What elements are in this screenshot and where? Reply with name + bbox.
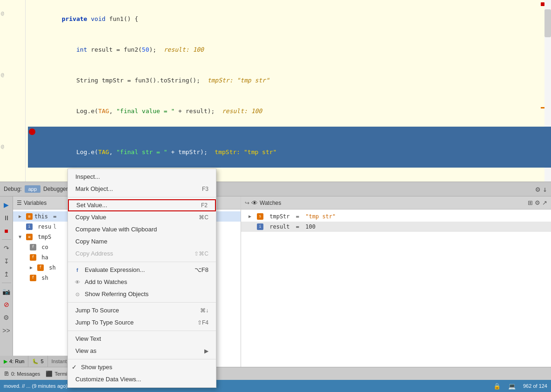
status-count: 962 of 124 <box>523 383 547 389</box>
menu-copy-name[interactable]: Copy Name <box>68 236 216 248</box>
menu-separator-1 <box>68 197 216 197</box>
step-over-button[interactable]: ↷ <box>1 243 12 254</box>
tab-debug5[interactable]: 🐛 5 <box>28 356 47 367</box>
watches-toolbar: ↪ 👁 Watches ⊞ ⚙ ↗ <box>241 196 551 210</box>
watches-list: ▶ s tmpStr = "tmp str" i result = 100 <box>241 210 551 291</box>
step-out-button[interactable]: ↥ <box>1 269 12 280</box>
result-icon: i <box>26 223 33 230</box>
menu-evaluate[interactable]: f Evaluate Expression... ⌥F8 <box>68 264 216 276</box>
var-tmpstr-name: tmpS <box>34 232 51 242</box>
expand-sh1-arrow[interactable]: ▶ <box>30 263 35 273</box>
menu-jump-type-source-shortcut: ⇧F4 <box>197 317 208 329</box>
code-gutter: @ @ @ <box>0 0 26 182</box>
watch-tmpstr-row[interactable]: ▶ s tmpStr = "tmp str" <box>241 211 551 222</box>
camera-button[interactable]: 📷 <box>1 286 12 297</box>
watch-tmpstr-icon: s <box>257 213 263 220</box>
more-button[interactable]: >> <box>1 325 12 336</box>
var-result-name: resu <box>34 222 51 232</box>
expand-this-arrow[interactable]: ▶ <box>19 211 24 222</box>
code-line-selected: Log.e(TAG, "final str = " + tmpStr); tmp… <box>28 127 551 168</box>
menu-show-referring-label: Show Referring Objects <box>85 288 148 300</box>
menu-view-as-arrow: ▶ <box>204 345 208 357</box>
menu-view-as[interactable]: View as ▶ <box>68 345 216 357</box>
menu-compare-clipboard[interactable]: Compare Value with Clipboard <box>68 223 216 236</box>
editor-area: private void fun1() { int result = fun2(… <box>0 0 551 182</box>
var-ha-name: ha <box>38 252 48 263</box>
menu-separator-5 <box>68 359 216 359</box>
expand-tmpstr-arrow[interactable]: ▼ <box>19 232 24 242</box>
terminal-icon: ⬛ <box>46 371 53 377</box>
menu-show-types[interactable]: ✓ Show types <box>68 361 216 373</box>
menu-view-text[interactable]: View Text <box>68 333 216 345</box>
menu-mark-object[interactable]: Mark Object... F3 <box>68 183 216 195</box>
menu-jump-source-shortcut: ⌘↓ <box>200 304 208 317</box>
code-editor[interactable]: private void fun1() { int result = fun2(… <box>0 0 551 182</box>
resume-button[interactable]: ▶ <box>1 199 12 210</box>
menu-copy-value-label: Copy Value <box>75 211 106 223</box>
sh1-icon: f <box>37 264 44 271</box>
sh2-icon: f <box>30 275 36 281</box>
watch-result-icon: i <box>257 223 263 230</box>
app-tab[interactable]: app <box>25 185 40 193</box>
menu-jump-source[interactable]: Jump To Source ⌘↓ <box>68 304 216 317</box>
var-co-name: co <box>38 242 48 252</box>
menu-separator-3 <box>68 302 216 303</box>
menu-copy-address[interactable]: Copy Address ⇧⌘C <box>68 248 216 260</box>
watch-tmpstr-name: tmpStr <box>266 211 290 222</box>
settings-icon[interactable]: ⚙ <box>536 185 540 194</box>
menu-jump-type-source[interactable]: Jump To Type Source ⇧F4 <box>68 317 216 329</box>
menu-view-as-label: View as <box>75 345 96 357</box>
menu-set-value-label: Set Value... <box>76 199 107 211</box>
menu-set-value[interactable]: Set Value... F2 <box>68 199 216 211</box>
menu-inspect-label: Inspect... <box>75 171 100 183</box>
watches-config-icon[interactable]: ⚙ <box>535 199 540 206</box>
expand-watch-tmpstr[interactable]: ▶ <box>249 211 254 222</box>
menu-view-text-label: View Text <box>75 333 101 345</box>
step-into-button[interactable]: ↧ <box>1 256 12 267</box>
arrow-icon: ↪ <box>245 200 249 206</box>
tab-debug5-label: 5 <box>40 358 43 364</box>
computer-icon: 💻 <box>508 383 516 390</box>
menu-customize[interactable]: Customize Data Views... <box>68 373 216 385</box>
show-referring-icon: ⊙ <box>74 291 81 298</box>
watches-expand-icon[interactable]: ↗ <box>542 199 547 206</box>
breakpoint-indicator <box>29 128 35 135</box>
settings2-button[interactable]: ⚙ <box>1 312 12 323</box>
stop-button[interactable]: ■ <box>1 225 12 237</box>
menu-show-referring[interactable]: ⊙ Show Referring Objects <box>68 288 216 300</box>
watch-result-row[interactable]: i result = 100 <box>241 222 551 232</box>
var-this-name: this <box>34 211 48 222</box>
co-icon: f <box>30 244 36 250</box>
tab-messages[interactable]: 🖹 0: Messages <box>4 371 40 377</box>
download-icon[interactable]: ↓ <box>543 185 547 194</box>
ha-icon: f <box>30 254 36 261</box>
var-sh1-name: sh <box>46 263 56 273</box>
pause-button[interactable]: ⏸ <box>1 212 12 223</box>
debugger-tab[interactable]: Debugger <box>43 186 68 192</box>
lock-icon: 🔒 <box>493 383 501 390</box>
menu-add-watches[interactable]: 👁 Add to Watches <box>68 276 216 288</box>
var-this-eq: = <box>50 211 56 222</box>
menu-separator-2 <box>68 262 216 262</box>
var-sh2-name: sh <box>38 273 48 283</box>
no-symbol-button[interactable]: ⊘ <box>1 299 12 310</box>
debug-label: Debug: <box>4 186 22 192</box>
menu-mark-object-label: Mark Object... <box>75 183 113 195</box>
menu-evaluate-label: Evaluate Expression... <box>85 264 145 276</box>
add-watches-icon: 👁 <box>74 278 81 286</box>
menu-inspect[interactable]: Inspect... <box>68 171 216 183</box>
tab-run-label: 4: Run <box>9 358 24 364</box>
watch-tmpstr-value: "tmp str" <box>305 211 336 222</box>
code-line: int result = fun2(50); result: 100 <box>28 34 551 65</box>
menu-copy-value-shortcut: ⌘C <box>199 211 208 223</box>
code-line: private void fun1() { <box>28 4 551 34</box>
watch-tmpstr-eq: = <box>293 211 303 222</box>
menu-copy-value[interactable]: Copy Value ⌘C <box>68 211 216 223</box>
variables-toolbar-icon: ☰ <box>17 200 22 206</box>
menu-separator-4 <box>68 331 216 331</box>
watch-result-name: result <box>266 222 290 232</box>
watches-icon: 👁 <box>251 199 258 207</box>
tab-run[interactable]: ▶ 4: Run <box>0 356 28 367</box>
watches-table-icon[interactable]: ⊞ <box>528 199 533 206</box>
code-line: String tmpStr = fun3().toString(); tmpSt… <box>28 65 551 96</box>
